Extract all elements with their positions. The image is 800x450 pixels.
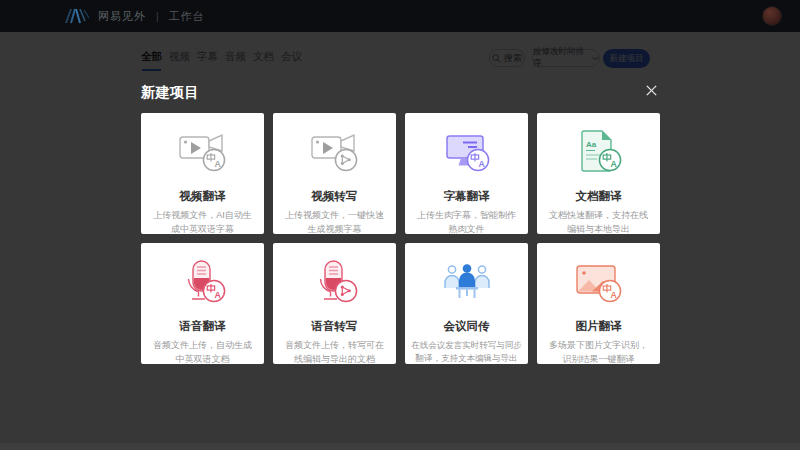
- card-image-translate[interactable]: 图片翻译 多场景下图片文字识别，识别结果一键翻译: [537, 243, 660, 364]
- card-title: 会议同传: [405, 319, 528, 334]
- brand-logo-icon: [64, 6, 90, 26]
- card-description: 上传视频文件，一键快速生成视频字幕: [273, 209, 396, 234]
- footer-bar: [0, 443, 800, 450]
- video-camera-translate-icon: [175, 127, 231, 177]
- card-video-transcribe[interactable]: 视频转写 上传视频文件，一键快速生成视频字幕: [273, 113, 396, 234]
- picture-translate-icon: [571, 257, 627, 307]
- app-window: 网易见外 | 工作台 全部 视频 字幕 音频 文档 会议 搜索 按修改时间排序: [0, 0, 800, 450]
- card-document-translate[interactable]: Aa 文档翻译 文档快速翻译，支持在线编辑与本地导出: [537, 113, 660, 234]
- card-title: 图片翻译: [537, 319, 660, 334]
- card-description: 在线会议发言实时转写与同步翻译，支持文本编辑与导出: [405, 339, 528, 364]
- svg-text:Aa: Aa: [586, 140, 597, 149]
- modal-title: 新建项目: [141, 84, 199, 102]
- close-button[interactable]: [642, 81, 660, 99]
- card-description: 文档快速翻译，支持在线编辑与本地导出: [537, 209, 660, 234]
- workspace-label: 工作台: [169, 9, 205, 24]
- video-camera-transcribe-icon: [307, 127, 363, 177]
- close-icon: [645, 84, 658, 97]
- card-audio-transcribe[interactable]: 语音转写 音频文件上传，转写可在线编辑与导出的文档: [273, 243, 396, 364]
- brand-divider: |: [156, 11, 159, 22]
- document-translate-icon: Aa: [571, 127, 627, 177]
- brand-name: 网易见外: [98, 9, 146, 24]
- app-header: 网易见外 | 工作台: [0, 0, 800, 32]
- card-video-translate[interactable]: 视频翻译 上传视频文件，AI自动生成中英双语字幕: [141, 113, 264, 234]
- card-meeting-interpretation[interactable]: 会议同传 在线会议发言实时转写与同步翻译，支持文本编辑与导出: [405, 243, 528, 364]
- brand: 网易见外 | 工作台: [64, 6, 205, 26]
- microphone-translate-icon: [175, 257, 231, 307]
- monitor-subtitle-translate-icon: [439, 127, 495, 177]
- card-title: 视频转写: [273, 189, 396, 204]
- card-subtitle-translate[interactable]: 字幕翻译 上传生肉字幕，智能制作熟肉文件: [405, 113, 528, 234]
- card-title: 语音转写: [273, 319, 396, 334]
- card-title: 文档翻译: [537, 189, 660, 204]
- card-description: 上传生肉字幕，智能制作熟肉文件: [405, 209, 528, 234]
- card-title: 字幕翻译: [405, 189, 528, 204]
- user-avatar[interactable]: [762, 6, 782, 26]
- card-description: 音频文件上传，自动生成中英双语文档: [141, 339, 264, 364]
- project-type-grid: 视频翻译 上传视频文件，AI自动生成中英双语字幕 视频转写 上传视频文件，一键快…: [141, 113, 660, 364]
- meeting-people-icon: [439, 257, 495, 307]
- card-title: 语音翻译: [141, 319, 264, 334]
- microphone-transcribe-icon: [307, 257, 363, 307]
- card-description: 音频文件上传，转写可在线编辑与导出的文档: [273, 339, 396, 364]
- card-title: 视频翻译: [141, 189, 264, 204]
- card-audio-translate[interactable]: 语音翻译 音频文件上传，自动生成中英双语文档: [141, 243, 264, 364]
- card-description: 多场景下图片文字识别，识别结果一键翻译: [537, 339, 660, 364]
- card-description: 上传视频文件，AI自动生成中英双语字幕: [141, 209, 264, 234]
